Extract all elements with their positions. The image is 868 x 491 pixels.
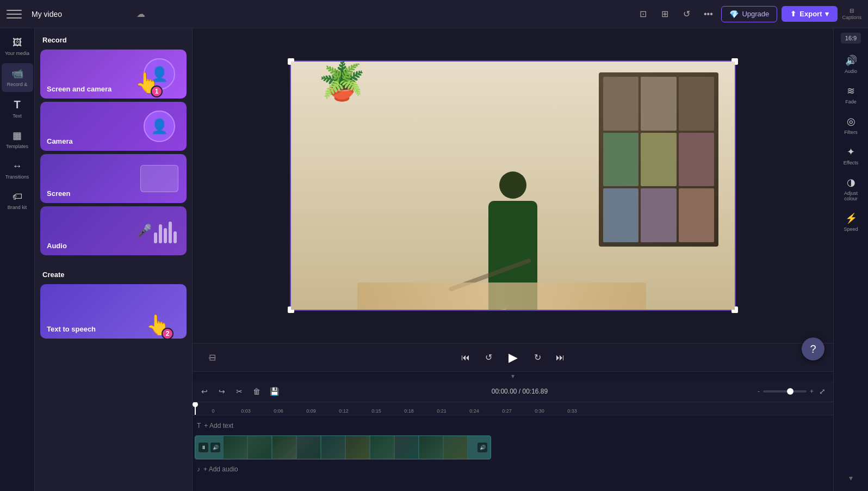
clip-end-button[interactable]: 🔊 — [478, 443, 487, 452]
clip-audio-button[interactable]: 🔊 — [210, 443, 220, 452]
skip-to-start-button[interactable]: ⏮ — [457, 349, 474, 366]
plant: 🪴 — [318, 62, 365, 100]
timeline-time-display: 00:00.00 / 00:16.89 — [492, 388, 548, 395]
clip-thumb-6 — [346, 436, 370, 459]
menu-button[interactable] — [7, 7, 22, 22]
topbar-tools: ⊡ ⊞ ↺ ••• 💎 Upgrade ⬆ Export ▾ ⊟ Caption… — [634, 5, 861, 23]
fast-forward-button[interactable]: ↻ — [529, 349, 546, 366]
screen-label: Screen — [47, 189, 70, 198]
sidebar-item-text[interactable]: T Text — [2, 94, 33, 124]
timeline-ruler: 0 0:03 0:06 0:09 0:12 0:15 0:18 0:21 0:2… — [193, 402, 833, 415]
play-button[interactable]: ▶ — [503, 347, 523, 368]
subtitle-toggle-button[interactable]: ⊟ — [203, 349, 221, 366]
sidebar-item-transitions[interactable]: ↔ Transitions — [2, 156, 33, 185]
help-button[interactable]: ? — [802, 337, 824, 360]
rug — [357, 283, 646, 310]
bookshelf — [599, 72, 718, 247]
ruler-mark-5: 0:15 — [360, 408, 393, 415]
clip-thumb-9 — [419, 436, 443, 459]
timeline-tracks: T + Add text ⏸ 🔊 — [193, 415, 833, 480]
cursor-hand-2-icon: 👆 — [146, 314, 170, 336]
sidebar-item-templates[interactable]: ▦ Templates — [2, 125, 33, 154]
right-panel-adjust[interactable]: ◑ Adjust colour — [835, 172, 867, 206]
right-panel-speed[interactable]: ⚡ Speed — [835, 208, 867, 236]
captions-icon: ⊟ — [850, 8, 854, 14]
playback-center: ⏮ ↺ ▶ ↻ ⏭ — [457, 347, 569, 368]
right-panel-audio[interactable]: 🔊 Audio — [835, 50, 867, 78]
mic-icon: 🎤 — [137, 224, 152, 238]
ruler-mark-3: 0:09 — [295, 408, 327, 415]
clip-end-controls: 🔊 — [474, 443, 491, 452]
camera-label: Camera — [47, 137, 73, 145]
middle-area: 🪴 ⊟ — [193, 28, 833, 491]
sidebar-item-brand-kit[interactable]: 🏷 Brand kit — [2, 187, 33, 215]
crop-tool-button[interactable]: ⊡ — [634, 5, 652, 23]
timeline-playhead[interactable] — [195, 402, 196, 415]
record-panel: Record 👤 Screen and camera 👆 1 👤 Cam — [35, 28, 193, 491]
captions-button[interactable]: ⊟ Captions — [842, 8, 861, 20]
clip-thumb-4 — [297, 436, 321, 459]
cursor-2-overlay: 👆 2 — [146, 314, 170, 336]
delete-button[interactable]: 🗑 — [249, 384, 264, 399]
export-button[interactable]: ⬆ Export ▾ — [782, 6, 838, 22]
sidebar-item-record[interactable]: 📹 Record & — [2, 63, 33, 92]
screen-card[interactable]: Screen — [40, 154, 187, 203]
timeline-collapse-row[interactable]: ▾ — [193, 372, 833, 380]
save-clip-button[interactable]: 💾 — [266, 384, 282, 399]
clip-thumb-7 — [370, 436, 394, 459]
right-panel-filters[interactable]: ◎ Filters — [835, 111, 867, 139]
sidebar-item-your-media[interactable]: 🖼 Your media — [2, 33, 33, 61]
right-panel-effects[interactable]: ✦ Effects — [835, 142, 867, 170]
video-title-input[interactable] — [27, 8, 131, 21]
adjust-rp-icon: ◑ — [847, 176, 855, 188]
skip-to-end-button[interactable]: ⏭ — [551, 349, 569, 366]
timeline-expand-button[interactable]: ⤢ — [816, 385, 829, 398]
camera-card[interactable]: 👤 Camera — [40, 102, 187, 151]
zoom-slider[interactable] — [763, 390, 807, 392]
timeline-content: 0 0:03 0:06 0:09 0:12 0:15 0:18 0:21 0:2… — [193, 402, 833, 491]
clip-pause-button[interactable]: ⏸ — [199, 443, 208, 452]
more-options-button[interactable]: ••• — [699, 5, 717, 23]
audio-track-icon: ♪ — [197, 465, 200, 473]
clip-controls: ⏸ 🔊 — [195, 443, 224, 452]
create-section-title: Create — [35, 263, 192, 284]
sidebar-icons: 🖼 Your media 📹 Record & T Text ▦ Templat… — [0, 28, 35, 491]
zoom-thumb[interactable] — [787, 388, 793, 395]
download-icon: ⬆ — [790, 10, 796, 18]
ruler-mark-4: 0:12 — [327, 408, 360, 415]
audio-rp-icon: 🔊 — [845, 54, 857, 66]
screen-and-camera-card[interactable]: 👤 Screen and camera 👆 1 — [40, 50, 187, 99]
text-track-icon: T — [197, 422, 201, 429]
ruler-mark-6: 0:18 — [393, 408, 425, 415]
chevron-down-icon: ▾ — [825, 10, 829, 18]
upgrade-button[interactable]: 💎 Upgrade — [721, 6, 777, 22]
undo-button[interactable]: ↩ — [197, 384, 212, 399]
templates-icon: ▦ — [13, 130, 22, 142]
text-to-speech-card[interactable]: Text to speech 👆 2 — [40, 284, 187, 339]
record-cards: 👤 Screen and camera 👆 1 👤 Camera — [35, 50, 192, 255]
audio-deco: 🎤 — [132, 206, 187, 255]
ruler-mark-8: 0:24 — [458, 408, 491, 415]
audio-card[interactable]: 🎤 Audio — [40, 206, 187, 255]
fade-rp-icon: ≋ — [847, 85, 855, 97]
gem-icon: 💎 — [729, 10, 739, 19]
brand-kit-icon: 🏷 — [13, 191, 22, 202]
video-frame: 🪴 — [291, 62, 735, 310]
redo-button[interactable]: ↪ — [214, 384, 230, 399]
right-panel-collapse[interactable]: ▾ — [845, 469, 857, 487]
tts-label: Text to speech — [47, 325, 96, 333]
main-content: 🖼 Your media 📹 Record & T Text ▦ Templat… — [0, 28, 868, 491]
topbar: ☁ ⊡ ⊞ ↺ ••• 💎 Upgrade ⬆ Export ▾ ⊟ Capti… — [0, 0, 868, 28]
add-text-track[interactable]: T + Add text — [193, 418, 833, 434]
add-audio-track[interactable]: ♪ + Add audio — [193, 461, 833, 477]
resize-tool-button[interactable]: ⊞ — [656, 5, 673, 23]
ruler-mark-0: 0 — [197, 408, 230, 415]
rotate-tool-button[interactable]: ↺ — [678, 5, 695, 23]
clip-thumbnails — [224, 436, 474, 459]
video-clip[interactable]: ⏸ 🔊 — [195, 435, 491, 459]
rewind-button[interactable]: ↺ — [480, 349, 497, 366]
aspect-ratio-button[interactable]: 16:9 — [841, 33, 861, 44]
cut-button[interactable]: ✂ — [232, 384, 247, 399]
ruler-mark-9: 0:27 — [491, 408, 523, 415]
right-panel-fade[interactable]: ≋ Fade — [835, 81, 867, 109]
